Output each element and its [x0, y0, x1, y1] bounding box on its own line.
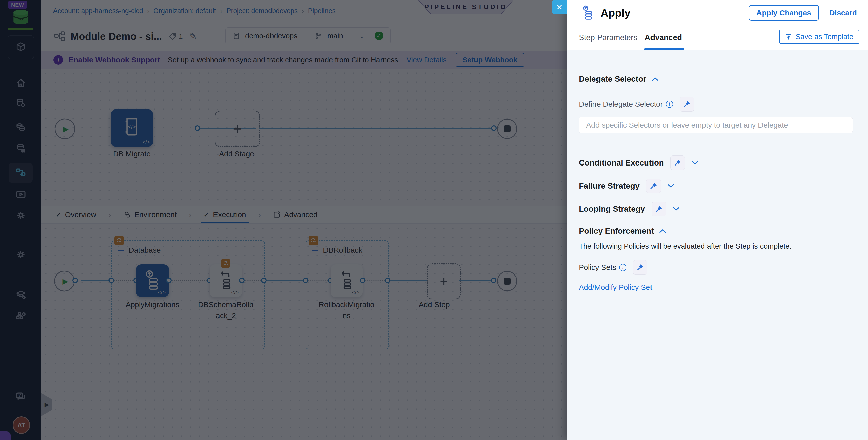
info-icon[interactable]: i — [666, 101, 673, 108]
conditional-execution-heading: Conditional Execution — [579, 158, 664, 167]
pin-icon — [637, 264, 644, 271]
failure-strategy-row: Failure Strategy — [579, 179, 853, 193]
pin-icon — [655, 205, 662, 213]
pipeline-studio-screen: NEW ∞ — [0, 0, 868, 440]
apply-changes-button[interactable]: Apply Changes — [749, 5, 819, 21]
drawer-body: Delegate Selector Define Delegate Select… — [567, 50, 868, 440]
failure-strategy-heading: Failure Strategy — [579, 181, 640, 191]
delegate-selector-section[interactable]: Delegate Selector — [579, 74, 853, 84]
pin-runtime-input-button[interactable] — [646, 179, 661, 193]
save-as-template-button[interactable]: Save as Template — [779, 30, 860, 44]
close-drawer-button[interactable]: ✕ — [552, 0, 567, 14]
delegate-selector-heading: Delegate Selector — [579, 74, 647, 84]
policy-sets-label: Policy Sets — [579, 263, 616, 272]
policy-description: The following Policies will be evaluated… — [579, 242, 853, 250]
chevron-up-icon[interactable] — [651, 77, 658, 81]
add-modify-policy-set-link[interactable]: Add/Modify Policy Set — [579, 283, 652, 291]
define-delegate-selector-label: Define Delegate Selector — [579, 100, 663, 108]
looping-strategy-heading: Looping Strategy — [579, 205, 645, 214]
drawer-tabs: Step Parameters Advanced Save as Templat… — [567, 26, 868, 50]
chevron-up-icon[interactable] — [659, 229, 666, 233]
chevron-down-icon[interactable] — [673, 207, 680, 211]
pin-runtime-input-button[interactable] — [633, 260, 648, 275]
pin-runtime-input-button[interactable] — [680, 97, 694, 112]
drawer-header: Apply Apply Changes Discard — [567, 0, 868, 26]
step-config-drawer: ✕ Apply Apply Changes Discard Step Param… — [567, 0, 868, 440]
policy-enforcement-heading: Policy Enforcement — [579, 226, 654, 235]
chevron-down-icon[interactable] — [691, 161, 699, 165]
drawer-title: Apply — [600, 7, 630, 19]
info-icon[interactable]: i — [619, 264, 626, 271]
pin-icon — [683, 100, 691, 108]
modal-dim-overlay — [0, 0, 567, 440]
pin-runtime-input-button[interactable] — [651, 202, 666, 216]
policy-enforcement-section[interactable]: Policy Enforcement — [579, 226, 853, 235]
chevron-down-icon[interactable] — [667, 184, 674, 188]
define-delegate-selector-row: Define Delegate Selector i — [579, 97, 853, 111]
looping-strategy-row: Looping Strategy — [579, 202, 853, 216]
policy-sets-row: Policy Sets i — [579, 260, 853, 275]
conditional-execution-row: Conditional Execution — [579, 155, 853, 170]
pin-icon — [674, 159, 681, 166]
upload-icon — [785, 33, 792, 40]
apply-step-icon — [582, 5, 595, 20]
tab-advanced-active[interactable]: Advanced — [645, 33, 682, 42]
pin-icon — [650, 182, 657, 190]
discard-button[interactable]: Discard — [829, 8, 857, 17]
delegate-selector-input[interactable] — [579, 117, 853, 133]
tab-step-parameters[interactable]: Step Parameters — [579, 33, 638, 42]
save-as-template-label: Save as Template — [796, 33, 854, 41]
active-tab-underline — [644, 49, 684, 50]
pin-runtime-input-button[interactable] — [670, 155, 685, 170]
